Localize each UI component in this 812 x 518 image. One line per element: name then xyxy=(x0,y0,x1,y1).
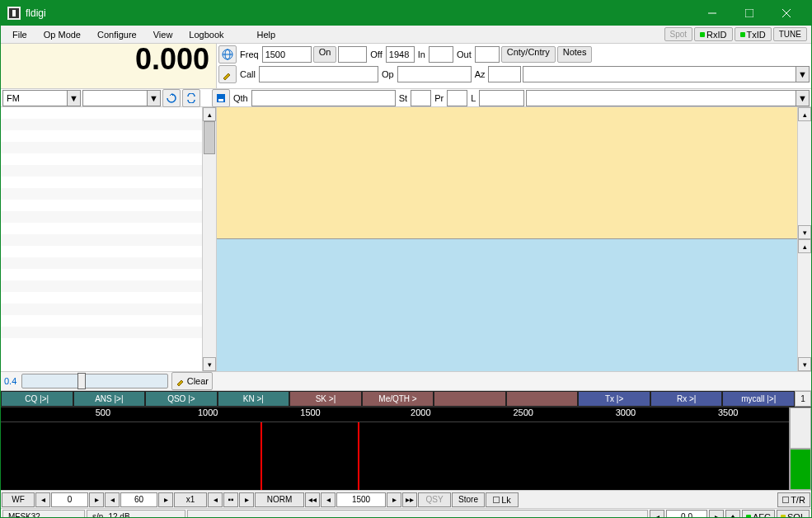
tx-scrollbar[interactable]: ▴ ▾ xyxy=(797,239,811,371)
macro-qso[interactable]: QSO |> xyxy=(145,391,218,407)
zoom-button[interactable]: x1 xyxy=(174,492,207,507)
macro-8[interactable] xyxy=(506,391,579,407)
amp-left-icon[interactable]: ◂ xyxy=(105,492,120,507)
menu-help[interactable]: Help xyxy=(249,28,284,41)
wf-button[interactable]: WF xyxy=(2,492,35,507)
macro-cq[interactable]: CQ |>| xyxy=(1,391,73,407)
minimize-button[interactable] xyxy=(693,1,730,26)
freq-fwd-icon[interactable]: ▸▸ xyxy=(402,492,417,507)
spd-left-icon[interactable]: ◂ xyxy=(35,492,50,507)
sql-right-icon[interactable]: ▸ xyxy=(709,510,724,519)
out-input[interactable] xyxy=(475,46,500,63)
refresh2-icon[interactable] xyxy=(182,89,200,107)
amp-input[interactable] xyxy=(120,492,157,507)
menu-opmode[interactable]: Op Mode xyxy=(35,28,89,41)
zoom-left-icon[interactable]: ◂ xyxy=(208,492,223,507)
notes-button[interactable]: Notes xyxy=(557,46,593,63)
freq-left-icon[interactable]: ◂ xyxy=(321,492,336,507)
freq-list[interactable] xyxy=(1,107,202,371)
squelch-slider[interactable] xyxy=(21,374,167,388)
status-mode[interactable]: MFSK32 xyxy=(2,510,85,518)
store-button[interactable]: Store xyxy=(452,492,485,507)
spd-right-icon[interactable]: ▸ xyxy=(89,492,104,507)
submode-select[interactable]: ▼ xyxy=(82,90,161,106)
freq-right-icon[interactable]: ▸ xyxy=(387,492,401,507)
menu-logbook[interactable]: Logbook xyxy=(181,28,232,41)
clear-button[interactable]: Clear xyxy=(171,372,213,390)
macro-mycall[interactable]: mycall |>| xyxy=(722,391,795,407)
scroll-up-icon[interactable]: ▴ xyxy=(798,239,811,253)
macro-kn[interactable]: KN >| xyxy=(218,391,290,407)
close-button[interactable] xyxy=(767,1,805,26)
scroll-up-icon[interactable]: ▴ xyxy=(203,107,216,121)
sql-input[interactable] xyxy=(666,510,707,519)
macro-sk[interactable]: SK >| xyxy=(289,391,362,407)
tx-pane[interactable] xyxy=(217,239,797,371)
freq-display[interactable]: 0.000 xyxy=(1,44,216,88)
on-input[interactable] xyxy=(338,46,367,63)
macro-7[interactable] xyxy=(434,391,506,407)
spot-button[interactable]: Spot xyxy=(664,27,693,41)
qsy-button[interactable]: QSY xyxy=(418,492,451,507)
sql-menu-icon[interactable]: ♦ xyxy=(725,510,740,519)
macro-page[interactable]: 1 xyxy=(795,391,811,407)
mode-select[interactable]: FM ▼ xyxy=(2,90,81,106)
amp-right-icon[interactable]: ▸ xyxy=(158,492,173,507)
chevron-down-icon[interactable]: ▼ xyxy=(147,91,160,106)
in-input[interactable] xyxy=(429,46,453,63)
macro-tx[interactable]: Tx |> xyxy=(578,391,650,407)
st-input[interactable] xyxy=(411,90,431,106)
sql-left-icon[interactable]: ◂ xyxy=(650,510,664,519)
scroll-down-icon[interactable]: ▾ xyxy=(798,225,811,239)
pr-input[interactable] xyxy=(447,90,467,106)
sql-button[interactable]: SQL xyxy=(777,510,810,519)
chevron-down-icon[interactable]: ▼ xyxy=(796,67,809,82)
freq-rewind-icon[interactable]: ◂◂ xyxy=(305,492,320,507)
qth-input[interactable] xyxy=(251,90,396,106)
rxid-button[interactable]: RxID xyxy=(694,27,732,41)
call-input[interactable] xyxy=(259,66,378,82)
rx-pane[interactable] xyxy=(217,107,797,239)
left-scrollbar[interactable]: ▴ ▾ xyxy=(202,107,216,371)
pause-icon[interactable]: ▪▪ xyxy=(223,492,238,507)
az-input[interactable] xyxy=(488,66,521,82)
wf-marker[interactable] xyxy=(260,422,359,490)
refresh-icon[interactable] xyxy=(162,89,181,107)
menu-configure[interactable]: Configure xyxy=(89,28,145,41)
rx-scrollbar[interactable]: ▴ ▾ xyxy=(797,107,811,239)
spd-input[interactable] xyxy=(51,492,88,507)
cnty-button[interactable]: Cnty/Cntry xyxy=(501,46,556,63)
chevron-down-icon[interactable]: ▼ xyxy=(67,91,80,106)
txid-button[interactable]: TxID xyxy=(735,27,772,41)
scroll-down-icon[interactable]: ▾ xyxy=(203,357,216,371)
macro-ans[interactable]: ANS |>| xyxy=(73,391,146,407)
tune-button[interactable]: TUNE xyxy=(773,27,807,41)
save-icon[interactable] xyxy=(212,89,230,107)
macro-meqth[interactable]: Me/QTH > xyxy=(362,391,434,407)
op-input[interactable] xyxy=(397,66,472,82)
norm-button[interactable]: NORM xyxy=(255,492,304,507)
slider-thumb[interactable] xyxy=(77,373,86,389)
zoom-right-icon[interactable]: ▸ xyxy=(239,492,254,507)
menu-view[interactable]: View xyxy=(145,28,181,41)
afc-button[interactable]: AFC xyxy=(742,510,775,519)
freq-input[interactable] xyxy=(262,46,312,63)
maximize-button[interactable] xyxy=(730,1,767,26)
menu-file[interactable]: File xyxy=(4,28,35,41)
on-button[interactable]: On xyxy=(313,46,337,63)
scroll-up-icon[interactable]: ▴ xyxy=(798,107,811,121)
chevron-down-icon[interactable]: ▼ xyxy=(796,91,809,106)
scroll-thumb[interactable] xyxy=(204,121,215,154)
brush-icon[interactable] xyxy=(218,65,237,83)
notes-combo[interactable]: ▼ xyxy=(526,90,810,106)
lk-button[interactable]: Lk xyxy=(486,492,519,507)
wf-display[interactable] xyxy=(1,422,789,490)
tr-button[interactable]: T/R xyxy=(777,492,810,507)
l-input[interactable] xyxy=(479,90,524,106)
off-input[interactable] xyxy=(386,46,415,63)
wf-freq-input[interactable] xyxy=(336,492,386,507)
scroll-down-icon[interactable]: ▾ xyxy=(798,357,811,371)
globe-icon[interactable] xyxy=(218,45,237,64)
country-combo[interactable]: ▼ xyxy=(523,66,810,82)
macro-rx[interactable]: Rx >| xyxy=(650,391,723,407)
